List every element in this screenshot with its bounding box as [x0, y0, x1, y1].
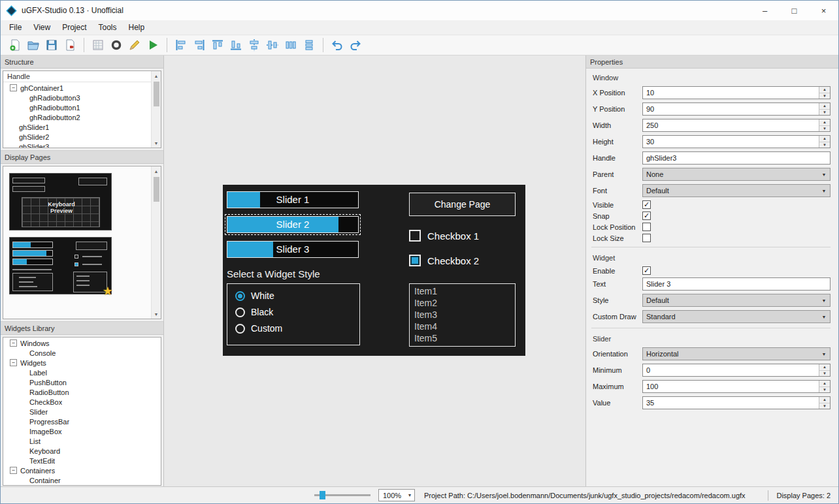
select-orientation[interactable]: Horizontal▼: [642, 347, 831, 360]
checkbox-visible[interactable]: ✓: [642, 200, 651, 209]
menu-project[interactable]: Project: [56, 23, 92, 32]
widget-item-console[interactable]: Console: [3, 348, 161, 358]
widget-item-slider[interactable]: Slider: [3, 407, 161, 417]
spin-down-icon[interactable]: ▼: [819, 142, 830, 148]
page-thumbnail-keyboard[interactable]: Keyboard Preview: [9, 173, 112, 230]
structure-item-ghslider1[interactable]: ghSlider1: [3, 122, 161, 132]
spinner-minimum[interactable]: 0▲▼: [642, 364, 831, 377]
spinner-height[interactable]: 30▲▼: [642, 135, 831, 148]
maximize-button[interactable]: □: [780, 1, 809, 20]
page-thumbnail-sliders[interactable]: ★: [9, 237, 112, 294]
spin-up-icon[interactable]: ▲: [819, 397, 830, 403]
distribute-vertical-button[interactable]: [300, 37, 318, 54]
minimize-button[interactable]: –: [750, 1, 780, 20]
list-item[interactable]: Item5: [414, 332, 515, 344]
pages-scrollbar[interactable]: ▲ ▼: [151, 166, 161, 319]
canvas-slider-2[interactable]: Slider 2: [227, 216, 359, 233]
widget-item-pushbutton[interactable]: PushButton: [3, 377, 161, 387]
zoom-select[interactable]: 100% ▾: [378, 489, 415, 501]
collapse-icon[interactable]: −: [10, 339, 17, 347]
spin-up-icon[interactable]: ▲: [819, 87, 830, 93]
target-button[interactable]: [107, 37, 125, 54]
select-custom-draw[interactable]: Standard▼: [642, 310, 831, 323]
menu-tools[interactable]: Tools: [93, 23, 123, 32]
canvas-radio-custom[interactable]: Custom: [235, 323, 359, 334]
select-font[interactable]: Default▼: [642, 184, 831, 197]
spin-up-icon[interactable]: ▲: [819, 364, 830, 371]
widgets-group-windows[interactable]: −Windows: [3, 338, 161, 348]
input-text[interactable]: Slider 3: [642, 277, 831, 291]
redo-button[interactable]: [346, 37, 365, 54]
spin-up-icon[interactable]: ▲: [819, 381, 830, 387]
canvas-change-page-button[interactable]: Change Page: [409, 193, 516, 216]
center-horizontal-button[interactable]: [245, 37, 263, 54]
widget-item-imagebox[interactable]: ImageBox: [3, 426, 161, 436]
scroll-down-icon[interactable]: ▼: [152, 138, 161, 148]
canvas-radio-black[interactable]: Black: [235, 307, 359, 317]
widget-item-textedit[interactable]: TextEdit: [3, 456, 161, 465]
scroll-thumb[interactable]: [154, 82, 159, 106]
list-item[interactable]: Item4: [414, 321, 515, 332]
structure-item-ghradiobutton2[interactable]: ghRadiobutton2: [3, 112, 161, 122]
distribute-horizontal-button[interactable]: [282, 37, 300, 54]
widget-item-radiobutton[interactable]: RadioButton: [3, 387, 161, 397]
spin-down-icon[interactable]: ▼: [819, 387, 830, 393]
spinner-maximum[interactable]: 100▲▼: [642, 380, 831, 393]
preview[interactable]: Slider 1Slider 2Slider 3Select a Widget …: [223, 185, 525, 356]
select-style[interactable]: Default▼: [642, 294, 831, 307]
run-button[interactable]: [144, 37, 162, 54]
structure-item-ghcontainer1[interactable]: −ghContainer1: [3, 83, 161, 93]
structure-item-ghradiobutton3[interactable]: ghRadiobutton3: [3, 93, 161, 102]
widget-item-checkbox[interactable]: CheckBox: [3, 397, 161, 407]
canvas-slider-3[interactable]: Slider 3: [227, 241, 359, 258]
spin-up-icon[interactable]: ▲: [819, 136, 830, 142]
spin-up-icon[interactable]: ▲: [819, 103, 830, 110]
checkbox-snap[interactable]: ✓: [642, 212, 651, 220]
scroll-up-icon[interactable]: ▲: [152, 166, 161, 176]
checkbox-lock-size[interactable]: [642, 234, 651, 242]
checkbox-enable[interactable]: ✓: [642, 266, 651, 275]
select-parent[interactable]: None▼: [642, 168, 831, 181]
spin-down-icon[interactable]: ▼: [819, 93, 830, 99]
collapse-icon[interactable]: −: [10, 84, 17, 91]
open-button[interactable]: [24, 37, 42, 54]
widget-item-keyboard[interactable]: Keyboard: [3, 446, 161, 456]
widget-item-label[interactable]: Label: [3, 368, 161, 377]
list-item[interactable]: Item3: [414, 309, 515, 321]
canvas-radio-white[interactable]: White: [235, 291, 359, 301]
structure-item-ghslider3[interactable]: ghSlider3: [3, 142, 161, 148]
canvas-list[interactable]: Item1Item2Item3Item4Item5: [409, 283, 516, 347]
collapse-icon[interactable]: −: [10, 467, 17, 474]
spinner-x-position[interactable]: 10▲▼: [642, 86, 831, 99]
scroll-thumb[interactable]: [154, 177, 159, 202]
widget-item-list[interactable]: List: [3, 436, 161, 446]
align-left-button[interactable]: [172, 37, 190, 54]
spin-down-icon[interactable]: ▼: [819, 403, 830, 409]
canvas-checkbox-2[interactable]: Checkbox 2: [409, 254, 479, 267]
widgets-group-containers[interactable]: −Containers: [3, 465, 161, 475]
collapse-icon[interactable]: −: [10, 359, 17, 366]
menu-view[interactable]: View: [27, 23, 56, 32]
structure-scrollbar[interactable]: ▲ ▼: [151, 71, 161, 148]
undo-button[interactable]: [328, 37, 346, 54]
save-button[interactable]: [42, 37, 61, 54]
spinner-y-position[interactable]: 90▲▼: [642, 102, 831, 116]
generate-button[interactable]: [89, 37, 107, 54]
spin-down-icon[interactable]: ▼: [819, 371, 830, 377]
zoom-slider-handle[interactable]: [320, 491, 325, 499]
menu-help[interactable]: Help: [123, 23, 151, 32]
list-item[interactable]: Item1: [414, 285, 515, 297]
widget-item-progressbar[interactable]: ProgressBar: [3, 417, 161, 426]
zoom-slider[interactable]: [314, 490, 370, 500]
edit-button[interactable]: [125, 37, 144, 54]
spin-up-icon[interactable]: ▲: [819, 119, 830, 126]
scroll-up-icon[interactable]: ▲: [152, 71, 161, 80]
spin-down-icon[interactable]: ▼: [819, 126, 830, 132]
spin-down-icon[interactable]: ▼: [819, 110, 830, 116]
spinner-value[interactable]: 35▲▼: [642, 396, 831, 409]
input-handle[interactable]: ghSlider3: [642, 151, 831, 165]
checkbox-lock-position[interactable]: [642, 223, 651, 231]
widgets-group-widgets[interactable]: −Widgets: [3, 358, 161, 368]
align-top-button[interactable]: [208, 37, 227, 54]
close-button[interactable]: ×: [809, 1, 838, 20]
